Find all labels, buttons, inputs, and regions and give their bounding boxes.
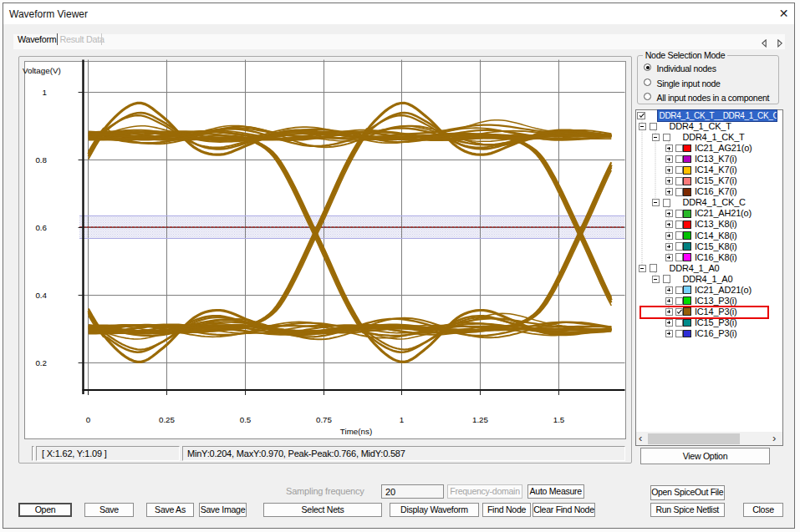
svg-text:0.6: 0.6	[35, 223, 47, 232]
svg-text:1.5: 1.5	[553, 415, 565, 424]
svg-text:1: 1	[400, 415, 404, 424]
svg-text:0.5: 0.5	[240, 415, 252, 424]
svg-text:Voltage(V): Voltage(V)	[23, 66, 61, 75]
svg-text:0.2: 0.2	[35, 358, 47, 367]
svg-text:0.25: 0.25	[159, 415, 176, 424]
svg-text:Time(ns): Time(ns)	[340, 427, 372, 436]
svg-text:0.8: 0.8	[35, 155, 47, 165]
svg-text:1.25: 1.25	[472, 415, 489, 424]
svg-text:1: 1	[43, 88, 47, 97]
svg-text:0.4: 0.4	[35, 291, 47, 300]
svg-text:0.75: 0.75	[316, 415, 333, 424]
svg-text:0: 0	[86, 415, 91, 424]
